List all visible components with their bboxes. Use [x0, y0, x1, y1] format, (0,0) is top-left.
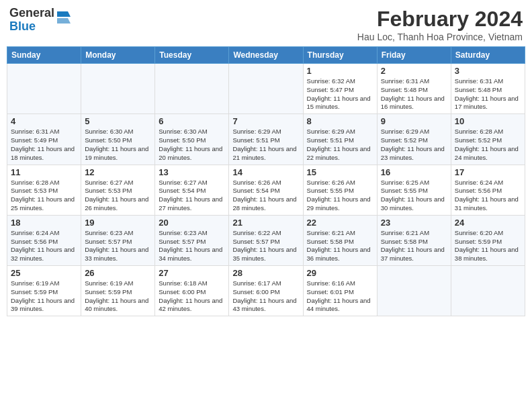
svg-marker-1	[57, 18, 71, 24]
calendar-cell: 17Sunrise: 6:24 AM Sunset: 5:56 PM Dayli…	[451, 165, 525, 215]
day-number: 5	[85, 116, 151, 126]
calendar-cell: 19Sunrise: 6:23 AM Sunset: 5:57 PM Dayli…	[81, 215, 155, 265]
col-header-thursday: Thursday	[303, 47, 377, 64]
location-subtitle: Hau Loc, Thanh Hoa Province, Vietnam	[357, 32, 523, 42]
calendar-cell	[229, 64, 303, 114]
calendar-cell: 15Sunrise: 6:26 AM Sunset: 5:55 PM Dayli…	[303, 165, 377, 215]
col-header-sunday: Sunday	[7, 47, 81, 64]
calendar-cell: 20Sunrise: 6:23 AM Sunset: 5:57 PM Dayli…	[155, 215, 229, 265]
day-number: 26	[85, 268, 151, 278]
day-info: Sunrise: 6:30 AM Sunset: 5:50 PM Dayligh…	[85, 128, 151, 162]
col-header-tuesday: Tuesday	[155, 47, 229, 64]
title-section: February 2024 Hau Loc, Thanh Hoa Provinc…	[357, 7, 523, 42]
logo-text: General Blue	[9, 7, 54, 34]
logo-general: General	[9, 7, 54, 20]
day-number: 12	[85, 167, 151, 177]
calendar-week-row: 18Sunrise: 6:24 AM Sunset: 5:56 PM Dayli…	[7, 215, 525, 265]
calendar-week-row: 4Sunrise: 6:31 AM Sunset: 5:49 PM Daylig…	[7, 114, 525, 165]
day-number: 9	[381, 116, 447, 126]
day-info: Sunrise: 6:21 AM Sunset: 5:58 PM Dayligh…	[307, 229, 373, 263]
day-info: Sunrise: 6:27 AM Sunset: 5:53 PM Dayligh…	[85, 179, 151, 213]
calendar-cell: 21Sunrise: 6:22 AM Sunset: 5:57 PM Dayli…	[229, 215, 303, 265]
logo-icon	[56, 10, 71, 30]
day-number: 29	[307, 268, 373, 278]
calendar-week-row: 11Sunrise: 6:28 AM Sunset: 5:53 PM Dayli…	[7, 165, 525, 215]
day-number: 20	[159, 218, 225, 228]
day-number: 17	[455, 167, 521, 177]
calendar-cell: 8Sunrise: 6:29 AM Sunset: 5:51 PM Daylig…	[303, 114, 377, 165]
calendar-cell: 18Sunrise: 6:24 AM Sunset: 5:56 PM Dayli…	[7, 215, 81, 265]
day-number: 11	[11, 167, 77, 177]
day-info: Sunrise: 6:24 AM Sunset: 5:56 PM Dayligh…	[11, 229, 77, 263]
calendar-cell: 1Sunrise: 6:32 AM Sunset: 5:47 PM Daylig…	[303, 64, 377, 114]
calendar-cell: 29Sunrise: 6:16 AM Sunset: 6:01 PM Dayli…	[303, 266, 377, 316]
calendar-cell: 2Sunrise: 6:31 AM Sunset: 5:48 PM Daylig…	[377, 64, 451, 114]
day-number: 18	[11, 218, 77, 228]
calendar-cell: 23Sunrise: 6:21 AM Sunset: 5:58 PM Dayli…	[377, 215, 451, 265]
logo: General Blue	[9, 7, 71, 34]
calendar-cell: 9Sunrise: 6:29 AM Sunset: 5:52 PM Daylig…	[377, 114, 451, 165]
calendar-cell: 27Sunrise: 6:18 AM Sunset: 6:00 PM Dayli…	[155, 266, 229, 316]
day-number: 23	[381, 218, 447, 228]
calendar-week-row: 25Sunrise: 6:19 AM Sunset: 5:59 PM Dayli…	[7, 266, 525, 316]
day-info: Sunrise: 6:22 AM Sunset: 5:57 PM Dayligh…	[232, 229, 299, 263]
day-info: Sunrise: 6:16 AM Sunset: 6:01 PM Dayligh…	[307, 279, 373, 314]
col-header-saturday: Saturday	[451, 47, 525, 64]
day-info: Sunrise: 6:31 AM Sunset: 5:49 PM Dayligh…	[11, 128, 77, 162]
day-number: 6	[159, 116, 225, 126]
calendar-cell	[7, 64, 81, 114]
day-info: Sunrise: 6:31 AM Sunset: 5:48 PM Dayligh…	[381, 77, 447, 111]
day-number: 19	[85, 218, 151, 228]
day-info: Sunrise: 6:26 AM Sunset: 5:55 PM Dayligh…	[307, 179, 373, 213]
day-info: Sunrise: 6:27 AM Sunset: 5:54 PM Dayligh…	[159, 179, 225, 213]
day-number: 10	[455, 116, 521, 126]
calendar-cell: 6Sunrise: 6:30 AM Sunset: 5:50 PM Daylig…	[155, 114, 229, 165]
day-info: Sunrise: 6:20 AM Sunset: 5:59 PM Dayligh…	[455, 229, 521, 263]
day-info: Sunrise: 6:21 AM Sunset: 5:58 PM Dayligh…	[381, 229, 447, 263]
col-header-wednesday: Wednesday	[229, 47, 303, 64]
calendar-cell	[81, 64, 155, 114]
svg-marker-0	[57, 11, 71, 17]
day-info: Sunrise: 6:18 AM Sunset: 6:00 PM Dayligh…	[159, 279, 225, 314]
calendar-cell	[155, 64, 229, 114]
day-number: 28	[232, 268, 299, 278]
day-number: 13	[159, 167, 225, 177]
calendar-cell: 7Sunrise: 6:29 AM Sunset: 5:51 PM Daylig…	[229, 114, 303, 165]
calendar-cell: 4Sunrise: 6:31 AM Sunset: 5:49 PM Daylig…	[7, 114, 81, 165]
month-year-title: February 2024	[357, 7, 523, 32]
calendar-cell: 22Sunrise: 6:21 AM Sunset: 5:58 PM Dayli…	[303, 215, 377, 265]
logo-blue: Blue	[9, 20, 54, 34]
calendar-cell: 16Sunrise: 6:25 AM Sunset: 5:55 PM Dayli…	[377, 165, 451, 215]
day-info: Sunrise: 6:31 AM Sunset: 5:48 PM Dayligh…	[455, 77, 521, 111]
day-info: Sunrise: 6:19 AM Sunset: 5:59 PM Dayligh…	[11, 279, 77, 314]
day-info: Sunrise: 6:29 AM Sunset: 5:51 PM Dayligh…	[307, 128, 373, 162]
calendar-cell: 28Sunrise: 6:17 AM Sunset: 6:00 PM Dayli…	[229, 266, 303, 316]
day-number: 8	[307, 116, 373, 126]
day-number: 2	[381, 66, 447, 76]
day-number: 16	[381, 167, 447, 177]
day-info: Sunrise: 6:29 AM Sunset: 5:52 PM Dayligh…	[381, 128, 447, 162]
day-number: 25	[11, 268, 77, 278]
calendar-cell: 26Sunrise: 6:19 AM Sunset: 5:59 PM Dayli…	[81, 266, 155, 316]
day-info: Sunrise: 6:17 AM Sunset: 6:00 PM Dayligh…	[232, 279, 299, 314]
day-info: Sunrise: 6:25 AM Sunset: 5:55 PM Dayligh…	[381, 179, 447, 213]
day-info: Sunrise: 6:19 AM Sunset: 5:59 PM Dayligh…	[85, 279, 151, 314]
day-info: Sunrise: 6:23 AM Sunset: 5:57 PM Dayligh…	[85, 229, 151, 263]
day-number: 24	[455, 218, 521, 228]
day-info: Sunrise: 6:28 AM Sunset: 5:52 PM Dayligh…	[455, 128, 521, 162]
day-number: 22	[307, 218, 373, 228]
day-number: 4	[11, 116, 77, 126]
day-info: Sunrise: 6:30 AM Sunset: 5:50 PM Dayligh…	[159, 128, 225, 162]
day-info: Sunrise: 6:28 AM Sunset: 5:53 PM Dayligh…	[11, 179, 77, 213]
col-header-monday: Monday	[81, 47, 155, 64]
calendar-cell: 3Sunrise: 6:31 AM Sunset: 5:48 PM Daylig…	[451, 64, 525, 114]
calendar-header-row: SundayMondayTuesdayWednesdayThursdayFrid…	[7, 47, 525, 64]
calendar-cell: 14Sunrise: 6:26 AM Sunset: 5:54 PM Dayli…	[229, 165, 303, 215]
day-info: Sunrise: 6:24 AM Sunset: 5:56 PM Dayligh…	[455, 179, 521, 213]
day-number: 14	[232, 167, 299, 177]
day-number: 1	[307, 66, 373, 76]
calendar-cell	[377, 266, 451, 316]
day-number: 7	[232, 116, 299, 126]
calendar-cell	[451, 266, 525, 316]
day-info: Sunrise: 6:23 AM Sunset: 5:57 PM Dayligh…	[159, 229, 225, 263]
